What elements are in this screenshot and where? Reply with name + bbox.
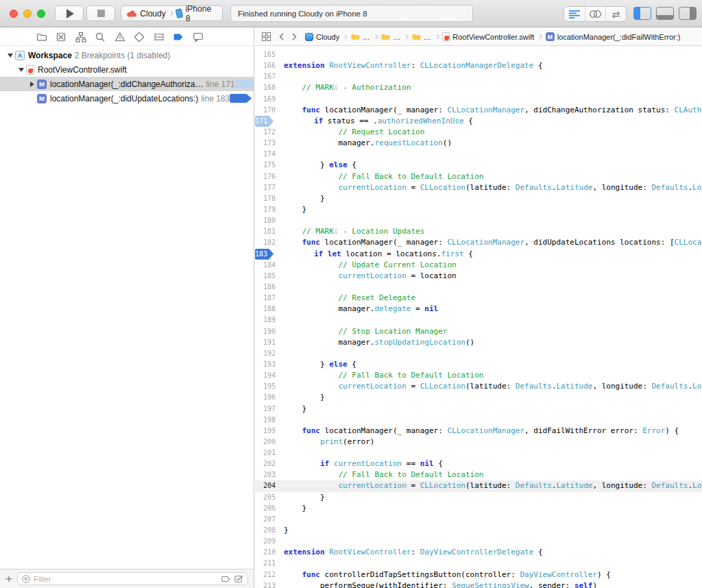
line-number[interactable]: 189 (255, 315, 276, 326)
code-line[interactable]: 212 func controllerDidTapSettingsButton(… (255, 569, 702, 580)
code-line[interactable]: 196 } (255, 392, 702, 403)
debug-area-toggle[interactable] (656, 7, 674, 20)
code-line[interactable]: 201 (255, 448, 702, 458)
line-number[interactable]: 167 (255, 71, 276, 82)
line-number[interactable]: 177 (255, 182, 276, 193)
line-number[interactable]: 212 (255, 569, 276, 580)
breakpoint-disabled-pill[interactable] (235, 79, 254, 88)
scheme-selector[interactable]: Cloudy iPhone 8 (121, 5, 223, 21)
line-number[interactable]: 174 (255, 149, 276, 160)
line-number[interactable]: 194 (255, 370, 276, 381)
close-button[interactable] (10, 10, 18, 18)
line-number[interactable]: 199 (255, 426, 276, 437)
show-enabled-filter-icon[interactable] (234, 575, 243, 583)
version-editor-button[interactable]: ⇄ (605, 7, 626, 21)
line-number[interactable]: 211 (255, 558, 276, 569)
utilities-panel-toggle[interactable] (679, 7, 697, 20)
line-number[interactable]: 178 (255, 193, 276, 204)
code-line[interactable]: 172 // Request Location (255, 127, 702, 138)
navigator-panel-toggle[interactable] (633, 7, 651, 20)
code-line[interactable]: 210extension RootViewController: DayView… (255, 547, 702, 558)
code-line[interactable]: 169 (255, 94, 702, 105)
code-line[interactable]: 181 // MARK: - Location Updates (255, 226, 702, 237)
code-line[interactable]: 175 } else { (255, 160, 702, 171)
line-number[interactable]: 197 (255, 404, 276, 415)
code-line[interactable]: 183 if let location = locations.first { (255, 249, 702, 260)
line-number[interactable]: 190 (255, 326, 276, 337)
show-breakpoints-filter-icon[interactable] (221, 576, 231, 583)
breadcrumb-group[interactable]: … (412, 33, 431, 41)
code-line[interactable]: 213 performSegue(withIdentifier: SegueSe… (255, 580, 702, 588)
line-number[interactable]: 176 (255, 171, 276, 182)
line-number[interactable]: 185 (255, 271, 276, 282)
code-line[interactable]: 177 currentLocation = CLLocation(latitud… (255, 182, 702, 193)
source-control-navigator-icon[interactable] (56, 31, 67, 42)
line-number[interactable]: 192 (255, 348, 276, 359)
line-number[interactable]: 210 (255, 547, 276, 558)
project-navigator-icon[interactable] (36, 31, 47, 42)
filter-input[interactable] (34, 575, 218, 583)
code-line[interactable]: 168 // MARK: - Authorization (255, 82, 702, 93)
line-number[interactable]: 207 (255, 514, 276, 525)
code-line[interactable]: 194 // Fall Back to Default Location (255, 370, 702, 381)
back-icon[interactable] (279, 33, 284, 40)
code-line[interactable]: 185 currentLocation = location (255, 271, 702, 282)
line-number[interactable]: 172 (255, 127, 276, 138)
code-line[interactable]: 190 // Stop Location Manager (255, 326, 702, 337)
line-number[interactable]: 165 (255, 49, 276, 60)
test-navigator-icon[interactable] (134, 31, 145, 42)
code-line[interactable]: 202 if currentLocation == nil { (255, 458, 702, 469)
line-number[interactable]: 200 (255, 437, 276, 448)
code-line[interactable]: 171 if status == .authorizedWhenInUse { (255, 116, 702, 127)
disclosure-triangle-icon[interactable] (5, 53, 15, 58)
breadcrumb-file[interactable]: RootViewController.swift (442, 32, 534, 41)
code-line[interactable]: 178 } (255, 193, 702, 204)
code-line[interactable]: 176 // Fall Back to Default Location (255, 171, 702, 182)
code-line[interactable]: 204 currentLocation = CLLocation(latitud… (255, 480, 702, 491)
code-line[interactable]: 205 } (255, 492, 702, 503)
minimize-button[interactable] (23, 10, 32, 18)
standard-editor-button[interactable] (564, 7, 585, 21)
line-number[interactable]: 186 (255, 282, 276, 293)
related-items-icon[interactable] (262, 32, 271, 41)
report-navigator-icon[interactable] (192, 31, 204, 42)
code-line[interactable]: 187 // Reset Delegate (255, 293, 702, 304)
line-number[interactable]: 187 (255, 293, 276, 304)
code-line[interactable]: 186 (255, 282, 702, 293)
line-number[interactable]: 182 (255, 237, 276, 248)
breakpoint-gutter-marker[interactable]: 183 (255, 249, 274, 260)
code-line[interactable]: 195 currentLocation = CLLocation(latitud… (255, 381, 702, 392)
line-number[interactable]: 184 (255, 260, 276, 271)
add-breakpoint-button[interactable]: + (5, 573, 12, 585)
filter-field[interactable] (17, 572, 248, 585)
line-number[interactable]: 195 (255, 381, 276, 392)
breadcrumb-group[interactable]: … (381, 33, 400, 41)
code-line[interactable]: 206 } (255, 503, 702, 514)
line-number[interactable]: 208 (255, 525, 276, 536)
line-number[interactable]: 173 (255, 138, 276, 149)
line-number[interactable]: 204 (255, 480, 276, 491)
line-number[interactable]: 180 (255, 215, 276, 226)
breadcrumb-group[interactable]: … (351, 33, 370, 41)
code-line[interactable]: 189 (255, 315, 702, 326)
line-number[interactable]: 193 (255, 359, 276, 370)
code-line[interactable]: 173 manager.requestLocation() (255, 138, 702, 149)
line-number[interactable]: 205 (255, 492, 276, 503)
breakpoint-gutter-marker[interactable]: 171 (255, 116, 274, 127)
symbol-navigator-icon[interactable] (75, 31, 86, 42)
breadcrumb-method[interactable]: M locationManager(_:didFailWithError:) (546, 32, 681, 41)
line-number[interactable]: 166 (255, 60, 276, 71)
line-number[interactable]: 213 (255, 580, 276, 588)
line-number[interactable]: 198 (255, 415, 276, 426)
zoom-button[interactable] (37, 10, 45, 18)
disclosure-triangle-icon[interactable] (16, 68, 26, 72)
line-number[interactable]: 206 (255, 503, 276, 514)
line-number[interactable]: 179 (255, 204, 276, 215)
breadcrumb-project[interactable]: Cloudy (305, 33, 339, 41)
run-button[interactable] (55, 5, 84, 21)
line-number[interactable]: 191 (255, 337, 276, 348)
disclosure-triangle-icon[interactable] (27, 82, 37, 87)
code-line[interactable]: 188 manager.delegate = nil (255, 304, 702, 315)
code-line[interactable]: 170 func locationManager(_ manager: CLLo… (255, 105, 702, 116)
line-number[interactable]: 196 (255, 392, 276, 403)
